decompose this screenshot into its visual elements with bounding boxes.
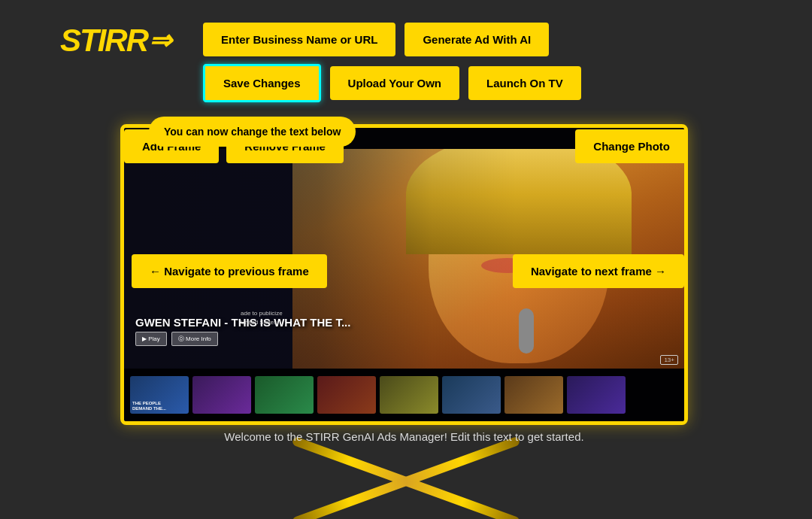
save-changes-button[interactable]: Save Changes xyxy=(203,64,321,102)
nav-buttons-area: ← Navigate to previous frame Navigate to… xyxy=(124,254,692,288)
play-buttons: ▶ Play ⓪ More Info xyxy=(135,332,350,346)
show-subtitle: ade to publicize United States xyxy=(241,309,283,327)
thumbnail-7 xyxy=(504,376,563,414)
thumbnail-1: THE PEOPLEDEMAND THE... xyxy=(130,376,189,414)
upload-own-button[interactable]: Upload Your Own xyxy=(330,66,459,100)
thumbnail-6 xyxy=(442,376,501,414)
enter-business-button[interactable]: Enter Business Name or URL xyxy=(203,23,395,56)
play-button[interactable]: ▶ Play xyxy=(135,332,167,346)
thumbnail-2 xyxy=(192,376,251,414)
microphone xyxy=(519,308,534,354)
launch-tv-button[interactable]: Launch On TV xyxy=(468,66,581,100)
logo-arrow-icon: ⇒ xyxy=(149,25,170,56)
thumbnail-4 xyxy=(317,376,376,414)
welcome-text[interactable]: Welcome to the STIRR GenAI Ads Manager! … xyxy=(120,430,688,443)
change-photo-button[interactable]: Change Photo xyxy=(575,129,688,163)
age-badge: 13+ xyxy=(660,355,678,365)
thumbnail-strip: THE PEOPLEDEMAND THE... xyxy=(124,369,684,421)
toolbar-row-2: Save Changes Upload Your Own Launch On T… xyxy=(203,64,581,102)
logo-text: STIRR xyxy=(60,23,147,59)
toolbar: Enter Business Name or URL Generate Ad W… xyxy=(203,23,581,102)
next-frame-button[interactable]: Navigate to next frame → xyxy=(513,254,684,288)
change-photo-area: Change Photo xyxy=(575,129,688,163)
thumbnail-8 xyxy=(567,376,626,414)
toolbar-row-1: Enter Business Name or URL Generate Ad W… xyxy=(203,23,581,56)
logo: STIRR ⇒ xyxy=(60,23,170,59)
more-info-button[interactable]: ⓪ More Info xyxy=(171,332,218,346)
tooltip-bubble: You can now change the text below xyxy=(149,117,356,147)
thumbnail-3 xyxy=(255,376,314,414)
drumsticks xyxy=(293,451,519,511)
generate-ai-button[interactable]: Generate Ad With AI xyxy=(404,23,549,56)
thumbnail-5 xyxy=(380,376,438,414)
prev-frame-button[interactable]: ← Navigate to previous frame xyxy=(132,254,327,288)
